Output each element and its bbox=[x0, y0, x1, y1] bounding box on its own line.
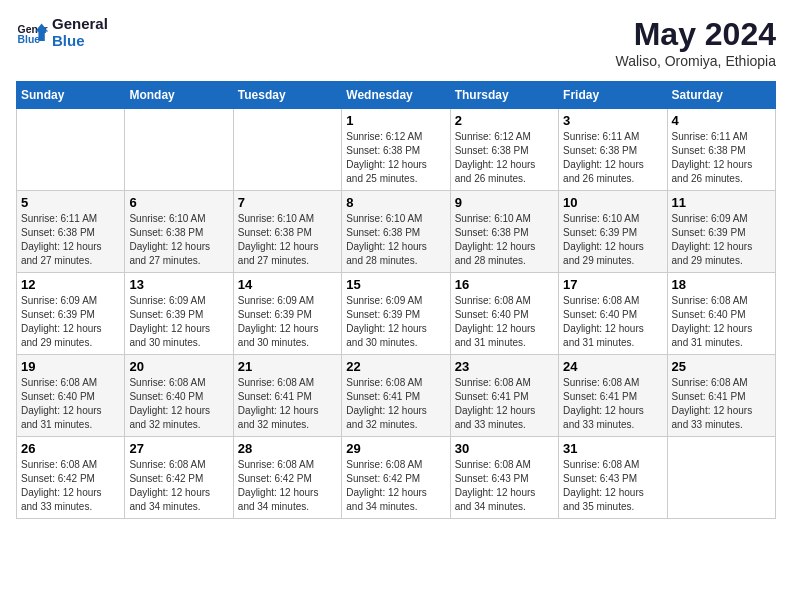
page-header: General Blue General Blue May 2024 Walis… bbox=[16, 16, 776, 69]
calendar-cell: 6Sunrise: 6:10 AM Sunset: 6:38 PM Daylig… bbox=[125, 191, 233, 273]
calendar-cell: 28Sunrise: 6:08 AM Sunset: 6:42 PM Dayli… bbox=[233, 437, 341, 519]
day-info: Sunrise: 6:08 AM Sunset: 6:42 PM Dayligh… bbox=[346, 458, 445, 514]
day-number: 14 bbox=[238, 277, 337, 292]
calendar-cell: 27Sunrise: 6:08 AM Sunset: 6:42 PM Dayli… bbox=[125, 437, 233, 519]
day-info: Sunrise: 6:11 AM Sunset: 6:38 PM Dayligh… bbox=[563, 130, 662, 186]
calendar-cell: 18Sunrise: 6:08 AM Sunset: 6:40 PM Dayli… bbox=[667, 273, 775, 355]
calendar-cell: 19Sunrise: 6:08 AM Sunset: 6:40 PM Dayli… bbox=[17, 355, 125, 437]
calendar-cell: 11Sunrise: 6:09 AM Sunset: 6:39 PM Dayli… bbox=[667, 191, 775, 273]
calendar-cell: 7Sunrise: 6:10 AM Sunset: 6:38 PM Daylig… bbox=[233, 191, 341, 273]
day-number: 8 bbox=[346, 195, 445, 210]
day-number: 29 bbox=[346, 441, 445, 456]
calendar-cell: 10Sunrise: 6:10 AM Sunset: 6:39 PM Dayli… bbox=[559, 191, 667, 273]
day-info: Sunrise: 6:12 AM Sunset: 6:38 PM Dayligh… bbox=[346, 130, 445, 186]
week-row-4: 19Sunrise: 6:08 AM Sunset: 6:40 PM Dayli… bbox=[17, 355, 776, 437]
week-row-3: 12Sunrise: 6:09 AM Sunset: 6:39 PM Dayli… bbox=[17, 273, 776, 355]
calendar-cell: 22Sunrise: 6:08 AM Sunset: 6:41 PM Dayli… bbox=[342, 355, 450, 437]
calendar-cell: 16Sunrise: 6:08 AM Sunset: 6:40 PM Dayli… bbox=[450, 273, 558, 355]
day-info: Sunrise: 6:08 AM Sunset: 6:40 PM Dayligh… bbox=[129, 376, 228, 432]
day-number: 11 bbox=[672, 195, 771, 210]
calendar-cell: 3Sunrise: 6:11 AM Sunset: 6:38 PM Daylig… bbox=[559, 109, 667, 191]
day-number: 19 bbox=[21, 359, 120, 374]
logo: General Blue General Blue bbox=[16, 16, 108, 49]
day-number: 30 bbox=[455, 441, 554, 456]
day-number: 24 bbox=[563, 359, 662, 374]
calendar-cell: 5Sunrise: 6:11 AM Sunset: 6:38 PM Daylig… bbox=[17, 191, 125, 273]
calendar-cell: 31Sunrise: 6:08 AM Sunset: 6:43 PM Dayli… bbox=[559, 437, 667, 519]
logo-line2: Blue bbox=[52, 33, 108, 50]
day-number: 10 bbox=[563, 195, 662, 210]
calendar-cell: 17Sunrise: 6:08 AM Sunset: 6:40 PM Dayli… bbox=[559, 273, 667, 355]
week-row-1: 1Sunrise: 6:12 AM Sunset: 6:38 PM Daylig… bbox=[17, 109, 776, 191]
day-info: Sunrise: 6:08 AM Sunset: 6:41 PM Dayligh… bbox=[455, 376, 554, 432]
day-info: Sunrise: 6:10 AM Sunset: 6:38 PM Dayligh… bbox=[238, 212, 337, 268]
day-info: Sunrise: 6:08 AM Sunset: 6:41 PM Dayligh… bbox=[672, 376, 771, 432]
day-number: 15 bbox=[346, 277, 445, 292]
day-info: Sunrise: 6:11 AM Sunset: 6:38 PM Dayligh… bbox=[672, 130, 771, 186]
day-number: 27 bbox=[129, 441, 228, 456]
day-number: 25 bbox=[672, 359, 771, 374]
day-info: Sunrise: 6:09 AM Sunset: 6:39 PM Dayligh… bbox=[238, 294, 337, 350]
day-info: Sunrise: 6:09 AM Sunset: 6:39 PM Dayligh… bbox=[346, 294, 445, 350]
column-header-tuesday: Tuesday bbox=[233, 82, 341, 109]
day-info: Sunrise: 6:10 AM Sunset: 6:38 PM Dayligh… bbox=[346, 212, 445, 268]
calendar-cell: 30Sunrise: 6:08 AM Sunset: 6:43 PM Dayli… bbox=[450, 437, 558, 519]
calendar-cell: 26Sunrise: 6:08 AM Sunset: 6:42 PM Dayli… bbox=[17, 437, 125, 519]
calendar-cell: 1Sunrise: 6:12 AM Sunset: 6:38 PM Daylig… bbox=[342, 109, 450, 191]
day-number: 12 bbox=[21, 277, 120, 292]
calendar-cell: 9Sunrise: 6:10 AM Sunset: 6:38 PM Daylig… bbox=[450, 191, 558, 273]
day-info: Sunrise: 6:10 AM Sunset: 6:38 PM Dayligh… bbox=[455, 212, 554, 268]
day-number: 18 bbox=[672, 277, 771, 292]
calendar-cell: 12Sunrise: 6:09 AM Sunset: 6:39 PM Dayli… bbox=[17, 273, 125, 355]
day-info: Sunrise: 6:08 AM Sunset: 6:41 PM Dayligh… bbox=[563, 376, 662, 432]
day-info: Sunrise: 6:09 AM Sunset: 6:39 PM Dayligh… bbox=[21, 294, 120, 350]
calendar-cell: 13Sunrise: 6:09 AM Sunset: 6:39 PM Dayli… bbox=[125, 273, 233, 355]
calendar-cell: 2Sunrise: 6:12 AM Sunset: 6:38 PM Daylig… bbox=[450, 109, 558, 191]
day-info: Sunrise: 6:09 AM Sunset: 6:39 PM Dayligh… bbox=[129, 294, 228, 350]
calendar-cell bbox=[17, 109, 125, 191]
calendar-cell: 15Sunrise: 6:09 AM Sunset: 6:39 PM Dayli… bbox=[342, 273, 450, 355]
calendar-cell: 4Sunrise: 6:11 AM Sunset: 6:38 PM Daylig… bbox=[667, 109, 775, 191]
location: Waliso, Oromiya, Ethiopia bbox=[615, 53, 776, 69]
calendar-cell bbox=[233, 109, 341, 191]
calendar-cell: 8Sunrise: 6:10 AM Sunset: 6:38 PM Daylig… bbox=[342, 191, 450, 273]
day-number: 31 bbox=[563, 441, 662, 456]
column-header-friday: Friday bbox=[559, 82, 667, 109]
day-info: Sunrise: 6:08 AM Sunset: 6:40 PM Dayligh… bbox=[672, 294, 771, 350]
svg-text:Blue: Blue bbox=[18, 34, 41, 45]
day-number: 17 bbox=[563, 277, 662, 292]
day-number: 4 bbox=[672, 113, 771, 128]
day-info: Sunrise: 6:08 AM Sunset: 6:42 PM Dayligh… bbox=[129, 458, 228, 514]
day-info: Sunrise: 6:08 AM Sunset: 6:40 PM Dayligh… bbox=[563, 294, 662, 350]
logo-line1: General bbox=[52, 16, 108, 33]
day-number: 26 bbox=[21, 441, 120, 456]
calendar-cell: 23Sunrise: 6:08 AM Sunset: 6:41 PM Dayli… bbox=[450, 355, 558, 437]
day-info: Sunrise: 6:08 AM Sunset: 6:41 PM Dayligh… bbox=[238, 376, 337, 432]
week-row-5: 26Sunrise: 6:08 AM Sunset: 6:42 PM Dayli… bbox=[17, 437, 776, 519]
calendar-cell bbox=[667, 437, 775, 519]
day-number: 6 bbox=[129, 195, 228, 210]
day-number: 22 bbox=[346, 359, 445, 374]
day-number: 1 bbox=[346, 113, 445, 128]
day-info: Sunrise: 6:12 AM Sunset: 6:38 PM Dayligh… bbox=[455, 130, 554, 186]
month-year: May 2024 bbox=[615, 16, 776, 53]
calendar-cell: 21Sunrise: 6:08 AM Sunset: 6:41 PM Dayli… bbox=[233, 355, 341, 437]
day-number: 20 bbox=[129, 359, 228, 374]
logo-icon: General Blue bbox=[16, 17, 48, 49]
week-row-2: 5Sunrise: 6:11 AM Sunset: 6:38 PM Daylig… bbox=[17, 191, 776, 273]
day-number: 16 bbox=[455, 277, 554, 292]
day-number: 9 bbox=[455, 195, 554, 210]
day-number: 5 bbox=[21, 195, 120, 210]
calendar-cell: 14Sunrise: 6:09 AM Sunset: 6:39 PM Dayli… bbox=[233, 273, 341, 355]
title-block: May 2024 Waliso, Oromiya, Ethiopia bbox=[615, 16, 776, 69]
calendar-cell bbox=[125, 109, 233, 191]
day-info: Sunrise: 6:08 AM Sunset: 6:40 PM Dayligh… bbox=[21, 376, 120, 432]
day-info: Sunrise: 6:08 AM Sunset: 6:43 PM Dayligh… bbox=[563, 458, 662, 514]
day-info: Sunrise: 6:08 AM Sunset: 6:41 PM Dayligh… bbox=[346, 376, 445, 432]
day-info: Sunrise: 6:08 AM Sunset: 6:42 PM Dayligh… bbox=[21, 458, 120, 514]
day-info: Sunrise: 6:08 AM Sunset: 6:42 PM Dayligh… bbox=[238, 458, 337, 514]
column-header-saturday: Saturday bbox=[667, 82, 775, 109]
day-info: Sunrise: 6:11 AM Sunset: 6:38 PM Dayligh… bbox=[21, 212, 120, 268]
day-number: 3 bbox=[563, 113, 662, 128]
calendar-cell: 20Sunrise: 6:08 AM Sunset: 6:40 PM Dayli… bbox=[125, 355, 233, 437]
